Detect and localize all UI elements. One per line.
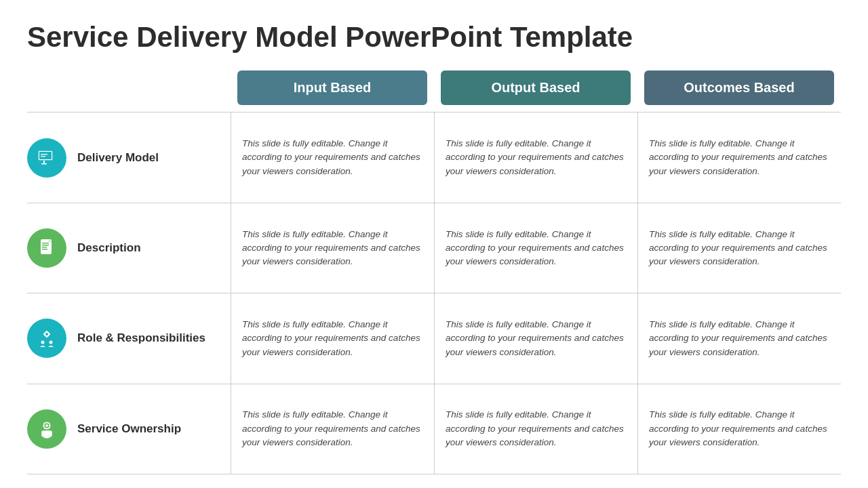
svg-rect-5	[41, 154, 47, 155]
description-col1-text: This slide is fully editable. Change it …	[242, 228, 423, 269]
page-title: Service Delivery Model PowerPoint Templa…	[27, 20, 841, 54]
row-label-delivery-model: Delivery Model	[27, 113, 231, 202]
svg-rect-23	[46, 428, 47, 429]
service-ownership-icon	[27, 409, 66, 449]
slide: Service Delivery Model PowerPoint Templa…	[0, 0, 868, 488]
svg-rect-15	[46, 336, 47, 338]
header-empty-cell	[27, 70, 231, 105]
svg-rect-3	[43, 161, 45, 163]
service-ownership-col1-text: This slide is fully editable. Change it …	[242, 408, 423, 449]
svg-rect-10	[42, 247, 47, 248]
svg-point-13	[45, 333, 48, 336]
service-ownership-col2: This slide is fully editable. Change it …	[434, 384, 637, 474]
roles-icon-svg	[36, 327, 58, 349]
service-ownership-col1: This slide is fully editable. Change it …	[231, 384, 434, 474]
delivery-model-col1: This slide is fully editable. Change it …	[231, 113, 434, 202]
description-col3-text: This slide is fully editable. Change it …	[649, 228, 830, 269]
svg-rect-2	[39, 152, 52, 159]
delivery-model-label: Delivery Model	[77, 151, 159, 165]
roles-col1: This slide is fully editable. Change it …	[231, 293, 434, 383]
roles-col2-text: This slide is fully editable. Change it …	[446, 318, 627, 359]
row-description: Description This slide is fully editable…	[27, 203, 841, 293]
description-label: Description	[77, 241, 141, 255]
table-container: Input Based Output Based Outcomes Based	[27, 70, 841, 474]
header-row: Input Based Output Based Outcomes Based	[27, 70, 841, 105]
header-output-based[interactable]: Output Based	[441, 70, 631, 105]
description-icon-svg	[36, 237, 58, 259]
header-output-label: Output Based	[491, 80, 580, 96]
service-ownership-label: Service Ownership	[77, 422, 181, 436]
row-roles: Role & Responsibilities This slide is fu…	[27, 293, 841, 383]
ownership-icon-svg	[36, 418, 58, 440]
roles-col3-text: This slide is fully editable. Change it …	[649, 318, 830, 359]
svg-rect-16	[43, 333, 45, 335]
row-label-roles: Role & Responsibilities	[27, 293, 231, 383]
roles-label: Role & Responsibilities	[77, 331, 205, 345]
service-ownership-col3: This slide is fully editable. Change it …	[637, 384, 841, 474]
svg-rect-6	[41, 156, 45, 157]
roles-col1-text: This slide is fully editable. Change it …	[242, 318, 423, 359]
delivery-model-col3: This slide is fully editable. Change it …	[637, 113, 841, 202]
description-col2-text: This slide is fully editable. Change it …	[446, 228, 627, 269]
roles-col3: This slide is fully editable. Change it …	[637, 293, 841, 383]
row-service-ownership: Service Ownership This slide is fully ed…	[27, 384, 841, 474]
svg-point-18	[41, 341, 45, 344]
svg-rect-14	[46, 331, 47, 332]
description-icon	[27, 228, 66, 268]
data-rows: Delivery Model This slide is fully edita…	[27, 112, 841, 474]
svg-point-21	[45, 424, 48, 427]
svg-rect-11	[42, 249, 47, 250]
svg-rect-22	[46, 422, 47, 423]
row-delivery-model: Delivery Model This slide is fully edita…	[27, 112, 841, 202]
svg-rect-9	[42, 245, 49, 246]
row-label-description: Description	[27, 203, 231, 293]
svg-point-19	[50, 341, 53, 344]
service-ownership-col2-text: This slide is fully editable. Change it …	[446, 408, 627, 449]
svg-rect-25	[50, 425, 51, 426]
delivery-model-col2: This slide is fully editable. Change it …	[434, 113, 637, 202]
svg-rect-4	[41, 163, 47, 165]
description-col3: This slide is fully editable. Change it …	[637, 203, 841, 293]
service-ownership-col3-text: This slide is fully editable. Change it …	[649, 408, 830, 449]
roles-icon	[27, 319, 66, 358]
header-outcomes-label: Outcomes Based	[684, 80, 794, 96]
delivery-model-col1-text: This slide is fully editable. Change it …	[242, 137, 423, 178]
svg-rect-24	[43, 425, 45, 426]
description-col2: This slide is fully editable. Change it …	[434, 203, 637, 293]
header-input-based[interactable]: Input Based	[237, 70, 427, 105]
delivery-icon-svg	[36, 147, 58, 169]
header-input-label: Input Based	[294, 80, 371, 96]
delivery-model-col3-text: This slide is fully editable. Change it …	[649, 137, 830, 178]
delivery-model-col2-text: This slide is fully editable. Change it …	[446, 137, 627, 178]
roles-col2: This slide is fully editable. Change it …	[434, 293, 637, 383]
row-label-service-ownership: Service Ownership	[27, 384, 231, 474]
header-outcomes-based[interactable]: Outcomes Based	[644, 70, 834, 105]
svg-rect-8	[42, 243, 49, 244]
description-col1: This slide is fully editable. Change it …	[231, 203, 434, 293]
svg-rect-17	[49, 333, 50, 335]
delivery-model-icon	[27, 138, 66, 178]
